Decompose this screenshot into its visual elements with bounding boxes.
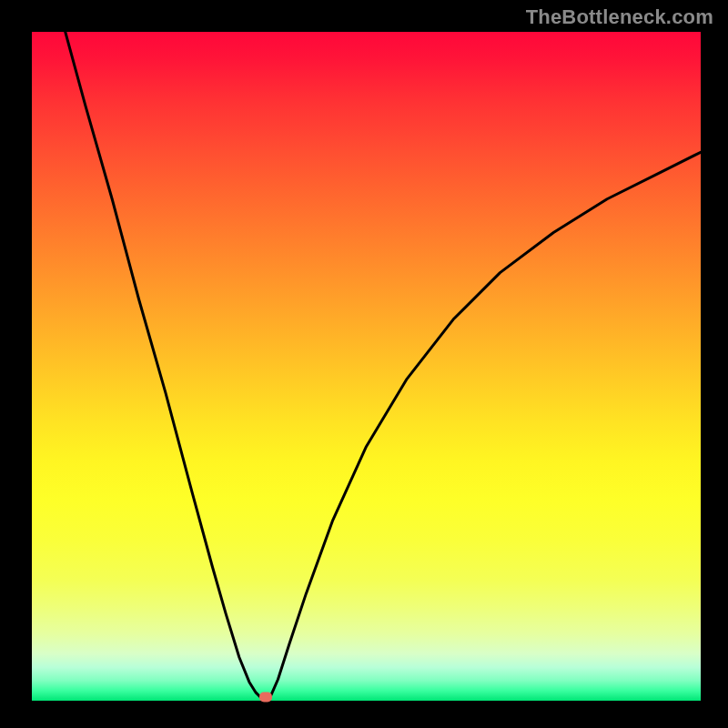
minimum-marker	[259, 692, 272, 702]
plot-area	[32, 32, 701, 701]
chart-frame: TheBottleneck.com	[0, 0, 728, 728]
watermark-text: TheBottleneck.com	[526, 5, 713, 29]
bottleneck-curve	[32, 32, 701, 701]
